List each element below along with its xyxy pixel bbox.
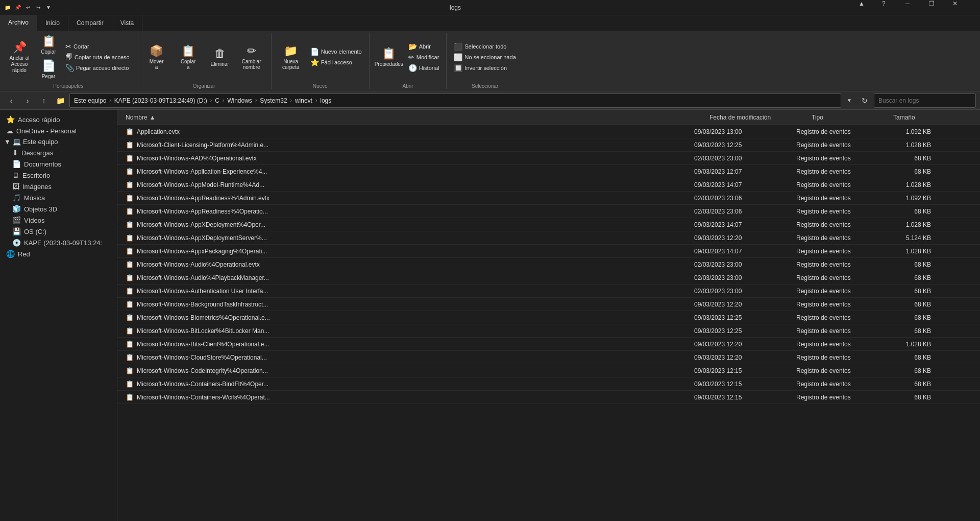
table-row[interactable]: 📋 Microsoft-Windows-CodeIntegrity%4Opera… — [117, 364, 980, 377]
modify-button[interactable]: ✏ Modificar — [405, 52, 443, 62]
restore-button[interactable]: ❐ — [929, 0, 952, 15]
search-input[interactable] — [874, 93, 976, 108]
select-all-icon: ⬛ — [454, 42, 462, 51]
sidebar-item-videos[interactable]: 🎬 Vídeos — [0, 215, 117, 226]
evtx-file-icon: 📋 — [126, 314, 134, 321]
sidebar-item-kape[interactable]: 💿 KAPE (2023-03-09T13:24: — [0, 237, 117, 248]
copy-path-button[interactable]: 🗐 Copiar ruta de acceso — [62, 52, 133, 62]
table-row[interactable]: 📋 Microsoft-Windows-AAD%4Operational.evt… — [117, 152, 980, 165]
close-button[interactable]: ✕ — [952, 0, 976, 15]
open-button[interactable]: 📂 Abrir — [405, 41, 443, 52]
path-c[interactable]: C — [215, 97, 219, 104]
move-to-button[interactable]: 📦 Mover a — [141, 42, 172, 72]
file-name-cell: 📋 Microsoft-Windows-CodeIntegrity%4Opera… — [121, 367, 690, 374]
table-row[interactable]: 📋 Microsoft-Windows-Audio%4PlaybackManag… — [117, 271, 980, 285]
file-size-cell: 5.124 KB — [874, 234, 935, 242]
path-kape[interactable]: KAPE (2023-03-09T13:24:49) (D:) — [114, 97, 207, 104]
sidebar-item-os-c[interactable]: 💾 OS (C:) — [0, 226, 117, 237]
help-button[interactable]: ? — [882, 0, 905, 15]
tab-vista[interactable]: Vista — [112, 15, 142, 31]
table-row[interactable]: 📋 Microsoft-Windows-Bits-Client%4Operati… — [117, 338, 980, 351]
new-item-icon: 📄 — [310, 48, 319, 56]
sidebar-item-downloads[interactable]: ⬇ Descargas — [0, 147, 117, 158]
file-size-cell: 1.028 KB — [874, 181, 935, 188]
history-button[interactable]: 🕐 Historial — [405, 63, 443, 73]
back-button[interactable]: ‹ — [4, 93, 18, 108]
forward-button[interactable]: › — [20, 93, 35, 108]
table-row[interactable]: 📋 Microsoft-Windows-BitLocker%4BitLocker… — [117, 324, 980, 338]
delete-button[interactable]: 🗑 Eliminar — [205, 43, 235, 72]
scissors-icon: ✂ — [65, 42, 71, 51]
tab-archivo[interactable]: Archivo — [0, 15, 37, 31]
window-controls[interactable]: ▲ ? ─ ❐ ✕ — [859, 0, 976, 15]
sidebar-item-quick-access[interactable]: ⭐ Acceso rápido — [0, 114, 117, 125]
table-row[interactable]: 📋 Microsoft-Windows-CloudStore%4Operatio… — [117, 351, 980, 364]
path-windows[interactable]: Windows — [227, 97, 252, 104]
table-row[interactable]: 📋 Microsoft-Windows-Authentication User … — [117, 285, 980, 298]
table-row[interactable]: 📋 Microsoft-Windows-Audio%4Operational.e… — [117, 258, 980, 271]
organize-label: Organizar — [141, 82, 267, 89]
refresh-button[interactable]: ↻ — [857, 93, 872, 108]
file-modified-cell: 09/03/2023 14:07 — [690, 221, 792, 228]
tab-inicio[interactable]: Inicio — [37, 15, 68, 31]
tab-compartir[interactable]: Compartir — [68, 15, 112, 31]
copy-button[interactable]: 📋 Copiar — [36, 33, 61, 57]
table-row[interactable]: 📋 Microsoft-Windows-Biometrics%4Operatio… — [117, 311, 980, 324]
sidebar-item-images[interactable]: 🖼 Imágenes — [0, 181, 117, 192]
evtx-file-icon: 📋 — [126, 260, 134, 268]
path-winevt[interactable]: winevt — [295, 97, 312, 104]
table-row[interactable]: 📋 Microsoft-Windows-AppxPackaging%4Opera… — [117, 245, 980, 258]
file-name-cell: 📋 Microsoft-Windows-AAD%4Operational.evt… — [121, 154, 690, 162]
new-folder-button[interactable]: 📁 Nueva carpeta — [276, 42, 306, 72]
paste-button[interactable]: 📄 Pegar — [36, 57, 61, 81]
properties-button[interactable]: 📋 Propiedades — [374, 43, 404, 72]
sidebar-item-network[interactable]: 🌐 Red — [0, 248, 117, 259]
file-name-cell: 📋 Microsoft-Windows-AppReadiness%4Admin.… — [121, 194, 690, 202]
sidebar-item-music[interactable]: 🎵 Música — [0, 192, 117, 203]
pin-button[interactable]: 📌 Anclar al Acceso rápido — [4, 39, 35, 76]
sidebar-item-objects3d[interactable]: 🧊 Objetos 3D — [0, 203, 117, 215]
sidebar-item-desktop[interactable]: 🖥 Escritorio — [0, 170, 117, 181]
select-all-button[interactable]: ⬛ Seleccionar todo — [451, 41, 519, 52]
minimize-button[interactable]: ─ — [905, 0, 929, 15]
path-este-equipo[interactable]: Este equipo — [74, 97, 106, 104]
file-name-cell: 📋 Microsoft-Windows-CloudStore%4Operatio… — [121, 353, 690, 361]
cut-button[interactable]: ✂ Cortar — [62, 41, 133, 52]
new-item-button[interactable]: 📄 Nuevo elemento — [307, 46, 365, 57]
address-dropdown-button[interactable]: ▼ — [843, 93, 855, 108]
col-type[interactable]: Tipo — [807, 114, 889, 121]
col-name[interactable]: Nombre ▲ — [121, 114, 705, 121]
copy-to-button[interactable]: 📋 Copiar a — [173, 42, 204, 72]
sidebar-item-onedrive[interactable]: ☁ OneDrive - Personal — [0, 125, 117, 136]
table-row[interactable]: 📋 Microsoft-Windows-Containers-Wcifs%4Op… — [117, 391, 980, 404]
invert-selection-button[interactable]: 🔲 Invertir selección — [451, 63, 519, 73]
sidebar-item-documents[interactable]: 📄 Documentos — [0, 158, 117, 170]
rename-icon: ✏ — [247, 44, 256, 58]
address-path[interactable]: Este equipo › KAPE (2023-03-09T13:24:49)… — [69, 93, 841, 108]
up-button[interactable]: ↑ — [37, 93, 51, 108]
table-row[interactable]: 📋 Microsoft-Windows-AppReadiness%4Operat… — [117, 205, 980, 218]
file-modified-cell: 09/03/2023 12:15 — [690, 381, 792, 388]
table-row[interactable]: 📋 Microsoft-Windows-AppXDeployment%4Oper… — [117, 218, 980, 231]
path-system32[interactable]: System32 — [260, 97, 287, 104]
rename-button[interactable]: ✏ Cambiar nombre — [236, 42, 267, 72]
table-row[interactable]: 📋 Microsoft-Windows-Containers-BindFlt%4… — [117, 377, 980, 391]
table-row[interactable]: 📋 Application.evtx 09/03/2023 13:00 Regi… — [117, 125, 980, 138]
easy-access-button[interactable]: ⭐ Fácil acceso — [307, 57, 365, 67]
table-row[interactable]: 📋 Microsoft-Client-Licensing-Platform%4A… — [117, 138, 980, 152]
select-none-button[interactable]: ⬜ No seleccionar nada — [451, 52, 519, 62]
file-name-cell: 📋 Microsoft-Windows-Authentication User … — [121, 287, 690, 295]
up-arrow-button[interactable]: ▲ — [859, 0, 882, 15]
col-size[interactable]: Tamaño — [889, 114, 950, 121]
table-row[interactable]: 📋 Microsoft-Windows-AppModel-Runtime%4Ad… — [117, 178, 980, 192]
table-row[interactable]: 📋 Microsoft-Windows-BackgroundTaskInfras… — [117, 298, 980, 311]
table-row[interactable]: 📋 Microsoft-Windows-Application-Experien… — [117, 165, 980, 178]
window-title: logs — [56, 4, 854, 11]
path-logs[interactable]: logs — [320, 97, 331, 104]
table-row[interactable]: 📋 Microsoft-Windows-AppXDeploymentServer… — [117, 231, 980, 245]
main-layout: ⭐ Acceso rápido ☁ OneDrive - Personal ▼ … — [0, 110, 980, 521]
paste-shortcut-button[interactable]: 📎 Pegar acceso directo — [62, 63, 133, 73]
table-row[interactable]: 📋 Microsoft-Windows-AppReadiness%4Admin.… — [117, 192, 980, 205]
col-modified[interactable]: Fecha de modificación — [705, 114, 807, 121]
sidebar-item-this-pc[interactable]: ▼ 💻 Este equipo — [0, 136, 117, 147]
